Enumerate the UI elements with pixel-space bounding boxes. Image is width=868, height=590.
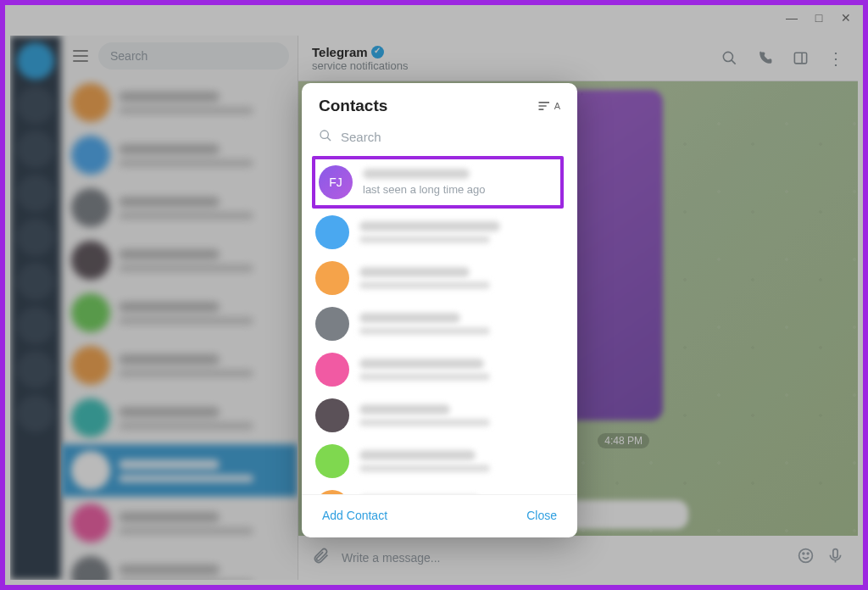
contact-avatar: FJ — [319, 165, 353, 199]
contact-item[interactable] — [302, 301, 574, 347]
svg-point-11 — [320, 131, 328, 138]
contacts-search[interactable]: Search — [302, 124, 577, 155]
highlighted-contact: FJ last seen a long time ago — [312, 156, 564, 209]
modal-title: Contacts — [319, 97, 387, 115]
contacts-list[interactable]: FJ last seen a long time ago — [302, 155, 577, 494]
contact-item[interactable] — [302, 392, 574, 438]
contact-status: last seen a long time ago — [363, 183, 557, 196]
contact-item[interactable] — [302, 347, 574, 392]
contact-item[interactable]: FJ last seen a long time ago — [315, 159, 560, 205]
contacts-modal: Contacts A Search FJ last seen a long ti… — [302, 83, 577, 537]
contact-item[interactable] — [302, 484, 574, 494]
sort-button[interactable]: A — [537, 99, 560, 113]
add-contact-button[interactable]: Add Contact — [322, 509, 387, 522]
svg-line-12 — [327, 137, 331, 141]
contact-item[interactable] — [302, 255, 574, 301]
window-frame: — □ ✕ Search — [0, 0, 868, 590]
search-icon — [319, 129, 332, 145]
contact-item[interactable] — [302, 438, 574, 484]
close-modal-button[interactable]: Close — [526, 509, 557, 522]
search-placeholder: Search — [341, 130, 381, 144]
contact-item[interactable] — [302, 209, 574, 255]
